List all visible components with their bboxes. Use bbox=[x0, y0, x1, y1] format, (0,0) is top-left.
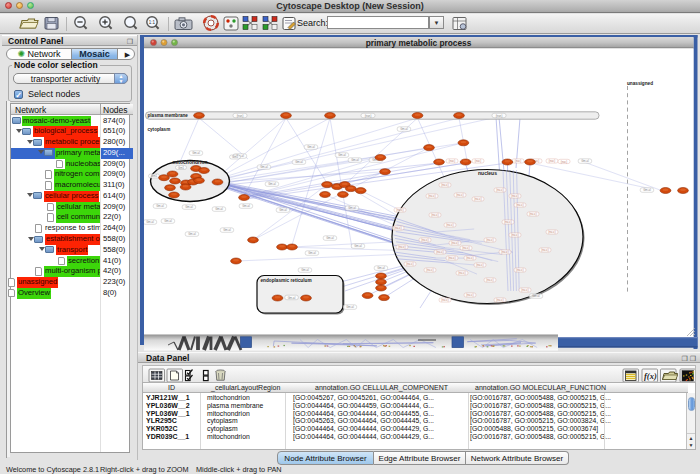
svg-text:Gm-al: Gm-al bbox=[279, 208, 287, 212]
svg-text:endoplasmic reticulum: endoplasmic reticulum bbox=[261, 278, 312, 283]
svg-text:Gm-al: Gm-al bbox=[185, 205, 193, 209]
svg-text:(nu-c): (nu-c) bbox=[398, 245, 405, 249]
svg-text:plasma membrane: plasma membrane bbox=[148, 113, 189, 118]
svg-text:Gm-al: Gm-al bbox=[581, 159, 589, 163]
svg-text:(nuc): (nuc) bbox=[449, 159, 455, 163]
svg-text:(nu-c): (nu-c) bbox=[496, 188, 503, 192]
svg-text:cytoplasm: cytoplasm bbox=[148, 127, 171, 132]
svg-text:(nu-c): (nu-c) bbox=[511, 194, 518, 198]
svg-text:(nu-c): (nu-c) bbox=[396, 208, 403, 212]
svg-text:1:1: 1:1 bbox=[149, 20, 156, 25]
svg-text:(nu-c): (nu-c) bbox=[446, 223, 453, 227]
svg-text:(nu-c): (nu-c) bbox=[516, 268, 523, 272]
svg-text:unassigned: unassigned bbox=[627, 81, 653, 86]
svg-text:(nu-c): (nu-c) bbox=[511, 233, 518, 237]
svg-text:Gm1: Gm1 bbox=[232, 155, 239, 159]
svg-text:Gm-al: Gm-al bbox=[164, 219, 172, 223]
svg-text:Gm-al: Gm-al bbox=[643, 188, 651, 192]
svg-text:(nu-c): (nu-c) bbox=[466, 293, 473, 297]
svg-text:Gm-al: Gm-al bbox=[146, 220, 154, 224]
svg-text:Gm-al: Gm-al bbox=[242, 204, 250, 208]
svg-text:(nu-c): (nu-c) bbox=[486, 278, 493, 282]
svg-text:(nu-c): (nu-c) bbox=[521, 288, 528, 292]
svg-text:Gm-al: Gm-al bbox=[295, 160, 303, 164]
svg-text:(nu-c): (nu-c) bbox=[466, 256, 473, 260]
svg-text:(nu-c): (nu-c) bbox=[504, 220, 511, 224]
svg-text:Gm1: Gm1 bbox=[178, 166, 185, 170]
svg-text:(nu-c): (nu-c) bbox=[462, 246, 469, 250]
svg-text:Gm-al: Gm-al bbox=[532, 294, 540, 298]
svg-text:Gm-al: Gm-al bbox=[307, 145, 315, 149]
svg-text:Gm-al: Gm-al bbox=[354, 244, 362, 248]
svg-text:Gm-al: Gm-al bbox=[346, 305, 354, 309]
svg-text:(nuc): (nuc) bbox=[549, 159, 555, 163]
svg-text:(nu-c): (nu-c) bbox=[496, 298, 503, 302]
svg-text:Gm-al: Gm-al bbox=[301, 268, 309, 272]
svg-text:primary metabolic process: primary metabolic process bbox=[366, 38, 472, 48]
svg-text:Gm-al: Gm-al bbox=[348, 206, 356, 210]
svg-text:(nu-c): (nu-c) bbox=[458, 271, 465, 275]
svg-text:(nu-c): (nu-c) bbox=[476, 263, 483, 267]
svg-text:(nuc): (nuc) bbox=[475, 159, 481, 163]
svg-text:(tran): (tran) bbox=[496, 114, 503, 118]
svg-text:(nu-c): (nu-c) bbox=[441, 183, 448, 187]
svg-text:Gm-al: Gm-al bbox=[223, 228, 231, 232]
svg-text:(nu-c): (nu-c) bbox=[456, 193, 463, 197]
svg-text:(nu-c): (nu-c) bbox=[501, 250, 508, 254]
svg-text:Gm-al: Gm-al bbox=[288, 296, 296, 300]
svg-text:Gm-al: Gm-al bbox=[400, 127, 408, 131]
svg-text:Gm-al: Gm-al bbox=[308, 251, 316, 255]
svg-text:Gm-al: Gm-al bbox=[268, 182, 276, 186]
svg-text:(nu-c): (nu-c) bbox=[486, 238, 493, 242]
svg-text:(nu-c): (nu-c) bbox=[448, 256, 455, 260]
svg-text:Gm-al: Gm-al bbox=[156, 204, 164, 208]
svg-text:(nu-c): (nu-c) bbox=[451, 241, 458, 245]
svg-text:(nuc): (nuc) bbox=[515, 159, 521, 163]
svg-text:Gm-al: Gm-al bbox=[351, 158, 359, 162]
svg-text:Gm-al: Gm-al bbox=[215, 207, 223, 211]
svg-text:Gm-al: Gm-al bbox=[260, 165, 268, 169]
svg-text:(nu-c): (nu-c) bbox=[436, 250, 443, 254]
svg-text:(nuc): (nuc) bbox=[561, 160, 567, 164]
svg-text:Gm-al: Gm-al bbox=[326, 236, 334, 240]
svg-text:(tran): (tran) bbox=[365, 114, 372, 118]
svg-text:f(x): f(x) bbox=[644, 371, 657, 381]
svg-text:(nu-c): (nu-c) bbox=[426, 268, 433, 272]
svg-text:mitochondrion: mitochondrion bbox=[173, 159, 208, 165]
svg-text:Gm1: Gm1 bbox=[151, 174, 158, 178]
svg-text:Gm-al: Gm-al bbox=[377, 266, 385, 270]
svg-text:(nu-c): (nu-c) bbox=[406, 262, 413, 266]
svg-text:Gm-al: Gm-al bbox=[338, 153, 346, 157]
svg-text:(nu-c): (nu-c) bbox=[428, 194, 435, 198]
svg-text:(nu-c): (nu-c) bbox=[431, 213, 438, 217]
svg-text:(nu-c): (nu-c) bbox=[474, 197, 481, 201]
svg-text:Gm-al: Gm-al bbox=[192, 151, 200, 155]
svg-text:(nu-c): (nu-c) bbox=[548, 230, 555, 234]
svg-text:(nu-c): (nu-c) bbox=[421, 238, 428, 242]
svg-text:nucleus: nucleus bbox=[478, 170, 497, 176]
svg-text:(nu-c): (nu-c) bbox=[441, 298, 448, 302]
svg-text:(tran): (tran) bbox=[237, 114, 244, 118]
svg-text:(nu-c): (nu-c) bbox=[516, 203, 523, 207]
svg-text:(nu-c): (nu-c) bbox=[541, 248, 548, 252]
svg-text:(nu-c): (nu-c) bbox=[529, 212, 536, 216]
svg-text:Gm-al: Gm-al bbox=[188, 232, 196, 236]
svg-text:(nu-c): (nu-c) bbox=[394, 226, 401, 230]
